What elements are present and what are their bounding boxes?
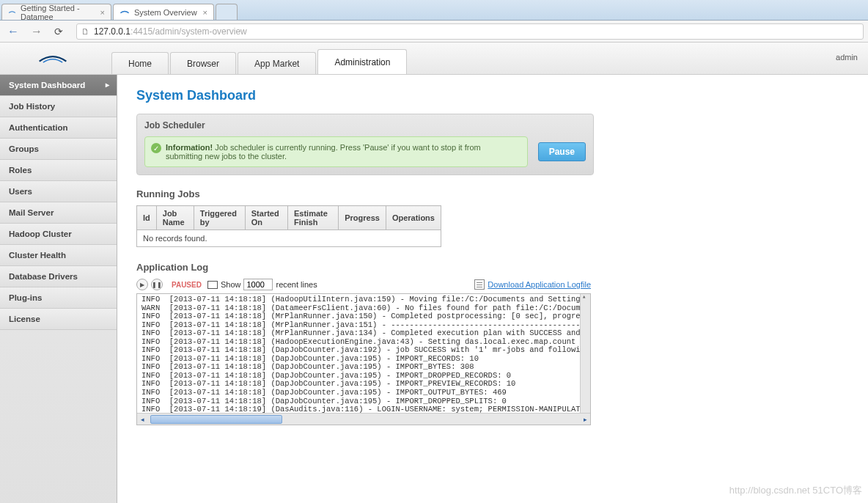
paused-label: PAUSED (172, 281, 202, 289)
info-label: Information! (166, 143, 213, 152)
log-toolbar: ▶ ❚❚ PAUSED Show recent lines Download A… (136, 279, 591, 290)
empty-row: No records found. (137, 230, 441, 247)
url-host: 127.0.0.1 (94, 26, 130, 37)
th-job-name[interactable]: Job Name (156, 206, 194, 230)
sidebar-item-license[interactable]: License (0, 309, 117, 330)
tab-title: System Overview (134, 8, 197, 17)
th-triggered-by[interactable]: Triggered by (194, 206, 245, 230)
sidebar-item-cluster-health[interactable]: Cluster Health (0, 245, 117, 266)
th-id[interactable]: Id (137, 206, 157, 230)
info-message: Information! Job scheduler is currently … (144, 136, 528, 167)
browser-tab-1[interactable]: System Overview × (113, 4, 214, 20)
running-jobs-heading: Running Jobs (136, 188, 849, 199)
watermark: http://blog.csdn.net 51CTO博客 (729, 484, 862, 497)
browser-tab-strip: Getting Started - Datamee × System Overv… (0, 0, 868, 21)
forward-button[interactable]: → (28, 23, 45, 40)
pause-button[interactable]: Pause (538, 142, 586, 161)
recent-lines-label: recent lines (276, 280, 317, 289)
datameer-icon (8, 7, 16, 18)
horizontal-scrollbar[interactable]: ◂ ▸ (137, 413, 590, 425)
th-progress[interactable]: Progress (339, 206, 386, 230)
close-icon[interactable]: × (100, 8, 105, 17)
scroll-right-icon[interactable]: ▸ (580, 416, 590, 423)
screen-icon[interactable] (207, 281, 218, 289)
log-output[interactable]: INFO [2013-07-11 14:18:18] (HadoopUtilIn… (137, 294, 590, 413)
user-link[interactable]: admin (836, 53, 858, 62)
tab-app-market[interactable]: App Market (238, 52, 316, 74)
sidebar: System Dashboard Job History Authenticat… (0, 75, 117, 503)
sidebar-item-users[interactable]: Users (0, 181, 117, 202)
tab-administration[interactable]: Administration (317, 49, 407, 74)
app-header: Home Browser App Market Administration a… (0, 43, 868, 75)
reload-button[interactable]: ⟳ (51, 24, 66, 39)
address-bar[interactable]: 🗋 127.0.0.1:4415/admin/system-overview (76, 23, 864, 40)
main-content: System Dashboard Job Scheduler Informati… (117, 75, 868, 503)
play-icon[interactable]: ▶ (136, 279, 148, 290)
vertical-scrollbar[interactable] (580, 294, 590, 413)
back-button[interactable]: ← (4, 23, 22, 40)
document-icon (474, 279, 485, 290)
show-label: Show (221, 280, 241, 289)
th-estimate-finish[interactable]: Estimate Finish (287, 206, 338, 230)
tab-home[interactable]: Home (111, 52, 169, 74)
browser-tab-0[interactable]: Getting Started - Datamee × (1, 4, 111, 20)
main-nav-tabs: Home Browser App Market Administration (111, 43, 408, 74)
info-text: Job scheduler is currently running. Pres… (166, 143, 481, 161)
download-logfile-link[interactable]: Download Application Logfile (488, 280, 591, 289)
pause-icon[interactable]: ❚❚ (151, 279, 163, 290)
new-tab-button[interactable] (216, 4, 238, 20)
browser-nav-bar: ← → ⟳ 🗋 127.0.0.1:4415/admin/system-over… (0, 21, 868, 43)
page-icon: 🗋 (81, 27, 89, 36)
app-log-heading: Application Log (136, 262, 849, 273)
sidebar-item-system-dashboard[interactable]: System Dashboard (0, 75, 117, 96)
sidebar-item-hadoop-cluster[interactable]: Hadoop Cluster (0, 224, 117, 245)
th-operations[interactable]: Operations (386, 206, 441, 230)
running-jobs-table: Id Job Name Triggered by Started On Esti… (136, 205, 441, 247)
url-path: /admin/system-overview (152, 26, 247, 37)
sidebar-item-mail-server[interactable]: Mail Server (0, 202, 117, 224)
job-scheduler-panel: Job Scheduler Information! Job scheduler… (136, 114, 594, 175)
sidebar-item-job-history[interactable]: Job History (0, 96, 117, 117)
product-logo[interactable] (9, 49, 97, 68)
panel-heading: Job Scheduler (137, 114, 593, 136)
th-started-on[interactable]: Started On (245, 206, 287, 230)
sidebar-item-groups[interactable]: Groups (0, 139, 117, 160)
sidebar-item-authentication[interactable]: Authentication (0, 117, 117, 139)
sidebar-item-database-drivers[interactable]: Database Drivers (0, 266, 117, 287)
scroll-left-icon[interactable]: ◂ (137, 416, 147, 423)
close-icon[interactable]: × (203, 8, 207, 17)
url-port: :4415 (130, 26, 152, 37)
show-lines-input[interactable] (243, 279, 273, 290)
datameer-icon (119, 7, 130, 18)
tab-title: Getting Started - Datamee (21, 4, 95, 21)
log-area-container: INFO [2013-07-11 14:18:18] (HadoopUtilIn… (136, 293, 591, 425)
scroll-thumb[interactable] (150, 415, 282, 424)
page-title: System Dashboard (136, 88, 849, 103)
sidebar-item-plug-ins[interactable]: Plug-ins (0, 287, 117, 309)
tab-browser[interactable]: Browser (170, 52, 236, 74)
sidebar-item-roles[interactable]: Roles (0, 160, 117, 181)
